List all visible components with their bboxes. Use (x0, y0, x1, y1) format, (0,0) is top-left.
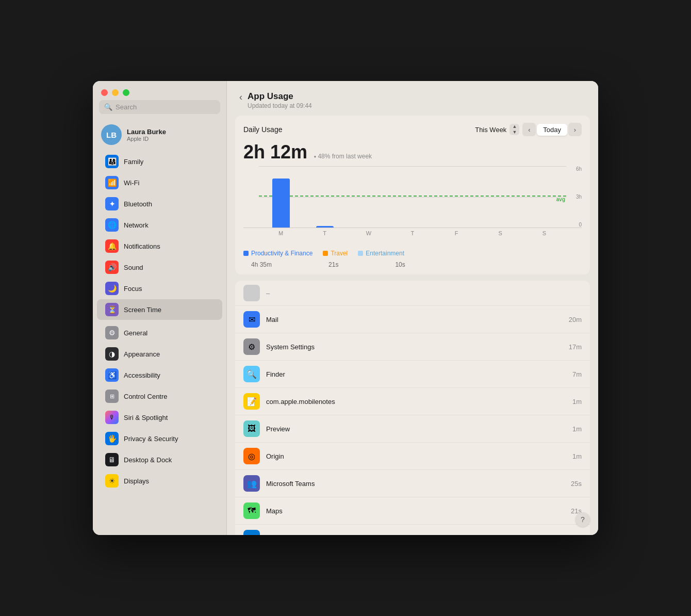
profile-item[interactable]: LB Laura Burke Apple ID (93, 120, 226, 149)
sidebar-item-general[interactable]: ⚙ General (97, 322, 222, 343)
app-time-finder: 7m (572, 370, 582, 378)
app-row-onedrive[interactable]: ☁ OneDrive 4s (235, 525, 590, 535)
sound-icon: 🔊 (105, 261, 119, 274)
page-title: App Usage (248, 91, 312, 102)
bar-tuesday-fill (316, 226, 334, 228)
back-button[interactable]: ‹ (239, 92, 242, 102)
search-bar[interactable]: 🔍 (99, 100, 220, 114)
app-row-notes[interactable]: 📝 com.apple.mobilenotes 1m (235, 388, 590, 415)
chart-legend: Productivity & Finance Travel Entertainm… (235, 245, 590, 261)
notifications-icon: 🔔 (105, 239, 119, 253)
sidebar-item-wifi[interactable]: 📶 Wi-Fi (97, 172, 222, 193)
app-icon-origin: ◎ (243, 448, 260, 464)
sidebar-item-privacy[interactable]: 🖐 Privacy & Security (97, 428, 222, 449)
app-row-finder[interactable]: 🔍 Finder 7m (235, 361, 590, 388)
sidebar-item-bluetooth[interactable]: ✦ Bluetooth (97, 193, 222, 214)
page-subtitle: Updated today at 09:44 (248, 102, 312, 109)
app-row-maps[interactable]: 🗺 Maps 21s (235, 497, 590, 525)
app-time-origin: 1m (572, 452, 582, 460)
legend-dot-productivity (243, 251, 249, 256)
today-button[interactable]: Today (537, 124, 567, 136)
usage-header: Daily Usage This Week ▲ ▼ ‹ Today › (235, 116, 590, 141)
sidebar-item-desktopdock[interactable]: 🖥 Desktop & Dock (97, 449, 222, 470)
legend-entertainment: Entertainment (358, 250, 404, 257)
sidebar-section-settings: ⚙ General ◑ Appearance ♿ Accessibility ⊞… (93, 322, 226, 492)
legend-travel: Travel (323, 250, 348, 257)
accessibility-icon: ♿ (105, 368, 119, 382)
sidebar-item-appearance[interactable]: ◑ Appearance (97, 344, 222, 364)
sidebar-item-controlcentre[interactable]: ⊞ Control Centre (97, 386, 222, 407)
sidebar-item-focus[interactable]: 🌙 Focus (97, 278, 222, 299)
app-name-notes: com.apple.mobilenotes (266, 398, 566, 406)
sidebar-label-accessibility: Accessibility (124, 371, 160, 379)
sidebar-item-sound[interactable]: 🔊 Sound (97, 257, 222, 278)
day-label-s2: S (535, 230, 553, 236)
sidebar-label-wifi: Wi-Fi (124, 179, 139, 187)
period-control: This Week ▲ ▼ ‹ Today › (475, 123, 582, 136)
main-panel: ‹ App Usage Updated today at 09:44 Daily… (227, 81, 598, 535)
bar-chart: avg 6h 3h 0 (243, 166, 582, 228)
nav-buttons: ‹ Today › (522, 123, 582, 136)
profile-name: Laura Burke (127, 128, 166, 136)
app-list-card: – ✉ Mail 20m ⚙ System Settings 17m 🔍 Fin… (235, 281, 590, 535)
period-stepper[interactable]: ▲ ▼ (509, 124, 519, 135)
app-row-systemsettings[interactable]: ⚙ System Settings 17m (235, 333, 590, 361)
app-name-finder: Finder (266, 370, 566, 378)
help-button[interactable]: ? (575, 512, 590, 527)
app-row-teams[interactable]: 👥 Microsoft Teams 25s (235, 470, 590, 497)
window-controls (93, 81, 226, 100)
app-row-origin[interactable]: ◎ Origin 1m (235, 443, 590, 470)
total-time: 2h 12m (243, 141, 307, 163)
app-icon-systemsettings: ⚙ (243, 338, 260, 355)
legend-value-productivity: 4h 35m (243, 261, 272, 268)
sidebar-label-appearance: Appearance (124, 350, 160, 358)
app-row-mail[interactable]: ✉ Mail 20m (235, 306, 590, 333)
sidebar-label-siri: Siri & Spotlight (124, 414, 168, 422)
bar-tuesday (316, 226, 334, 228)
legend-value-travel: 21s (328, 261, 338, 268)
sidebar-section-main: 👨‍👩‍👧 Family 📶 Wi-Fi ✦ Bluetooth 🌐 Netwo… (93, 151, 226, 320)
main-header: ‹ App Usage Updated today at 09:44 (227, 81, 598, 116)
nav-prev-button[interactable]: ‹ (522, 123, 536, 136)
app-name-onedrive: OneDrive (266, 534, 568, 536)
sidebar-item-screentime[interactable]: ⏳ Screen Time (97, 299, 222, 320)
stepper-down[interactable]: ▼ (509, 129, 519, 135)
app-row-preview[interactable]: 🖼 Preview 1m (235, 415, 590, 443)
bluetooth-icon: ✦ (105, 197, 119, 210)
sidebar-item-notifications[interactable]: 🔔 Notifications (97, 236, 222, 256)
sidebar-label-notifications: Notifications (124, 242, 160, 250)
sidebar-item-family[interactable]: 👨‍👩‍👧 Family (97, 151, 222, 172)
screentime-icon: ⏳ (105, 303, 119, 316)
app-icon-finder: 🔍 (243, 366, 260, 382)
app-name-teams: Microsoft Teams (266, 480, 565, 488)
app-time-preview: 1m (572, 425, 582, 433)
sidebar-item-network[interactable]: 🌐 Network (97, 215, 222, 235)
close-button[interactable] (101, 89, 108, 96)
avatar: LB (101, 124, 122, 145)
focus-icon: 🌙 (105, 282, 119, 295)
app-time-systemsettings: 17m (569, 343, 582, 351)
sidebar-label-controlcentre: Control Centre (124, 393, 168, 400)
sidebar-item-siri[interactable]: 🎙 Siri & Spotlight (97, 407, 222, 428)
day-label-s1: S (491, 230, 509, 236)
search-input[interactable] (116, 103, 215, 111)
legend-val-productivity: 4h 35m (251, 261, 272, 268)
x-axis-labels: M T W T F S S (243, 228, 582, 236)
stepper-up[interactable]: ▲ (509, 124, 519, 129)
sidebar: 🔍 LB Laura Burke Apple ID 👨‍👩‍👧 Family 📶… (93, 81, 227, 535)
app-name-preview: Preview (266, 425, 566, 433)
chart-bars (259, 166, 566, 228)
legend-label-productivity: Productivity & Finance (251, 250, 312, 257)
general-icon: ⚙ (105, 326, 119, 339)
sidebar-item-displays[interactable]: ☀ Displays (97, 471, 222, 491)
sidebar-item-accessibility[interactable]: ♿ Accessibility (97, 365, 222, 385)
app-icon-teams: 👥 (243, 475, 260, 492)
sidebar-label-bluetooth: Bluetooth (124, 200, 152, 208)
minimize-button[interactable] (112, 89, 119, 96)
maximize-button[interactable] (123, 89, 129, 96)
legend-dot-travel (323, 251, 328, 256)
siri-icon: 🎙 (105, 411, 119, 424)
controlcentre-icon: ⊞ (105, 390, 119, 403)
daily-usage-label: Daily Usage (243, 125, 282, 134)
nav-next-button[interactable]: › (568, 123, 582, 136)
